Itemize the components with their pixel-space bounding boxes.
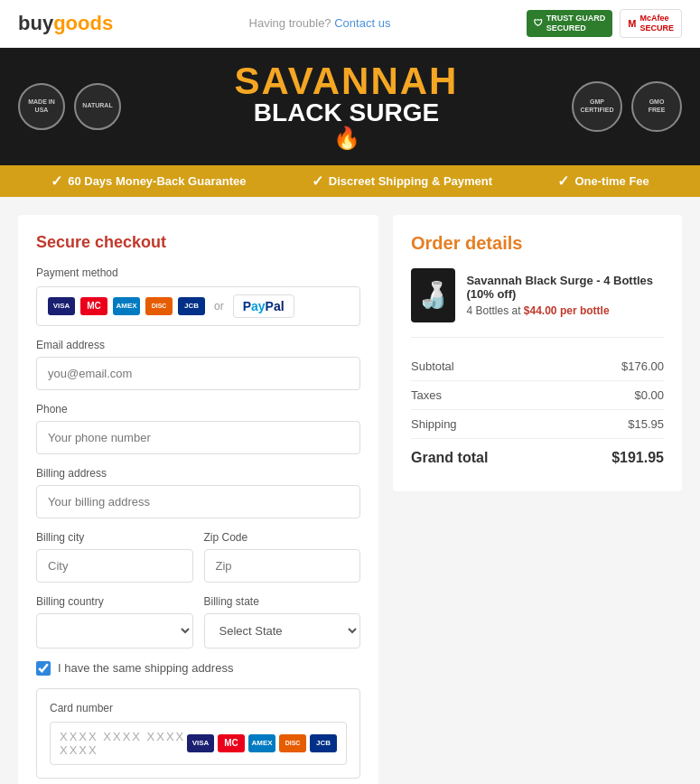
email-label: Email address — [36, 339, 360, 351]
price-per-bottle: $44.00 per bottle — [524, 304, 610, 317]
card-number-label: Card number — [50, 702, 347, 714]
natural-badge: NATURAL — [74, 83, 121, 130]
logo-goods: goods — [53, 12, 113, 35]
check-icon-3: ✓ — [557, 173, 569, 190]
shipping-line: Shipping $15.95 — [411, 410, 664, 439]
contact-link[interactable]: Contact us — [334, 16, 390, 30]
grand-total-line: Grand total $191.95 — [411, 439, 664, 473]
card-number-section: Card number XXXX XXXX XXXX XXXX VISA MC … — [36, 688, 360, 779]
billing-address-group: Billing address — [36, 467, 360, 518]
gmp-badge: GMPCERTIFIED — [572, 81, 622, 132]
paypal-button[interactable]: PayPal — [233, 294, 294, 318]
banner-right-badges: GMPCERTIFIED GMOFREE — [572, 81, 682, 132]
guarantee-fee: ✓ One-time Fee — [557, 173, 649, 190]
mcafee-badge: M McAfeeSECURE — [620, 9, 682, 38]
billing-address-input[interactable] — [36, 485, 360, 518]
guarantee-shipping: ✓ Discreet Shipping & Payment — [312, 173, 492, 190]
country-state-row: Billing country Billing state Select Sta… — [36, 595, 360, 649]
visa-card-icon: VISA — [48, 297, 75, 315]
gmo-free-badge: GMOFREE — [631, 81, 682, 132]
billing-state-group: Billing state Select State — [204, 595, 361, 649]
phone-label: Phone — [36, 403, 360, 415]
email-group: Email address — [36, 339, 360, 390]
shipping-value: $15.95 — [628, 417, 664, 431]
product-banner: MADE INUSA NATURAL SAVANNAH BLACK SURGE … — [0, 48, 700, 165]
card-visa-icon: VISA — [187, 734, 214, 752]
order-product-row: 🍶 Savannah Black Surge - 4 Bottles (10% … — [411, 268, 664, 338]
taxes-label: Taxes — [411, 388, 442, 402]
grand-total-label: Grand total — [411, 450, 488, 466]
shield-icon: 🛡 — [534, 18, 543, 28]
same-shipping-row: I have the same shipping address — [36, 661, 360, 676]
header: buygoods Having trouble? Contact us 🛡 TR… — [0, 0, 700, 48]
fire-icon: 🔥 — [121, 126, 572, 151]
billing-country-select[interactable] — [36, 613, 193, 649]
zip-input[interactable] — [204, 549, 361, 583]
amex-icon: AMEX — [113, 297, 140, 315]
taxes-line: Taxes $0.00 — [411, 381, 664, 410]
banner-sub-title: BLACK SURGE — [121, 100, 572, 126]
checkout-section: Secure checkout Payment method VISA MC A… — [18, 215, 378, 784]
mastercard-icon: MC — [80, 297, 107, 315]
payment-method-label: Payment method — [36, 266, 360, 279]
card-input-row[interactable]: XXXX XXXX XXXX XXXX VISA MC AMEX DISC JC… — [50, 722, 347, 765]
billing-country-group: Billing country — [36, 595, 193, 649]
billing-city-group: Billing city — [36, 531, 193, 583]
city-zip-row: Billing city Zip Code — [36, 531, 360, 583]
header-trouble: Having trouble? Contact us — [249, 16, 391, 30]
order-section: Order details 🍶 Savannah Black Surge - 4… — [393, 215, 682, 491]
check-icon-2: ✓ — [312, 173, 323, 190]
billing-address-label: Billing address — [36, 467, 360, 480]
shipping-label: Shipping — [411, 417, 457, 431]
card-icons-row: VISA MC AMEX DISC JCB — [187, 734, 337, 752]
guarantee-moneyback: ✓ 60 Days Money-Back Guarantee — [51, 173, 246, 190]
subtotal-line: Subtotal $176.00 — [411, 352, 664, 381]
grand-total-value: $191.95 — [611, 450, 664, 466]
email-field[interactable] — [36, 357, 360, 390]
subtotal-value: $176.00 — [621, 359, 664, 373]
card-number-placeholder: XXXX XXXX XXXX XXXX — [60, 730, 187, 757]
billing-state-select[interactable]: Select State — [204, 613, 361, 649]
payment-cards-row[interactable]: VISA MC AMEX DISC JCB or PayPal — [36, 286, 360, 326]
billing-country-label: Billing country — [36, 595, 193, 608]
banner-main-title: SAVANNAH — [121, 62, 572, 100]
billing-state-label: Billing state — [204, 595, 361, 608]
billing-city-input[interactable] — [36, 549, 193, 583]
main-content: Secure checkout Payment method VISA MC A… — [0, 197, 700, 784]
billing-city-label: Billing city — [36, 531, 193, 544]
card-amex-icon: AMEX — [248, 734, 275, 752]
zip-group: Zip Code — [204, 531, 361, 583]
same-shipping-label[interactable]: I have the same shipping address — [58, 661, 233, 675]
subtotal-label: Subtotal — [411, 359, 454, 373]
mcafee-icon: M — [628, 18, 636, 29]
card-disc-icon: DISC — [279, 734, 306, 752]
card-mc-icon: MC — [218, 734, 245, 752]
phone-group: Phone — [36, 403, 360, 454]
trust-guard-badge: 🛡 TRUST GUARDSECURED — [527, 10, 613, 37]
phone-input[interactable] — [36, 421, 360, 454]
banner-left-badges: MADE INUSA NATURAL — [18, 83, 121, 130]
order-title: Order details — [411, 233, 664, 254]
guarantee-bar: ✓ 60 Days Money-Back Guarantee ✓ Discree… — [0, 165, 700, 197]
check-icon-1: ✓ — [51, 173, 62, 190]
header-badges: 🛡 TRUST GUARDSECURED M McAfeeSECURE — [527, 9, 682, 38]
logo: buygoods — [18, 12, 113, 35]
product-detail: 4 Bottles at $44.00 per bottle — [466, 304, 664, 317]
or-divider: or — [214, 300, 224, 313]
logo-buy: buy — [18, 12, 53, 35]
taxes-value: $0.00 — [634, 388, 664, 402]
product-info: Savannah Black Surge - 4 Bottles (10% of… — [466, 274, 664, 317]
same-shipping-checkbox[interactable] — [36, 661, 51, 676]
banner-title-area: SAVANNAH BLACK SURGE 🔥 — [121, 62, 572, 151]
jcb-icon: JCB — [178, 297, 205, 315]
card-jcb-icon: JCB — [310, 734, 337, 752]
product-image: 🍶 — [411, 268, 455, 322]
zip-label: Zip Code — [204, 531, 361, 544]
product-name: Savannah Black Surge - 4 Bottles (10% of… — [466, 274, 664, 301]
discover-icon: DISC — [145, 297, 173, 315]
made-in-usa-badge: MADE INUSA — [18, 83, 65, 130]
checkout-title: Secure checkout — [36, 233, 360, 252]
payment-method-group: Payment method VISA MC AMEX DISC JCB or … — [36, 266, 360, 326]
